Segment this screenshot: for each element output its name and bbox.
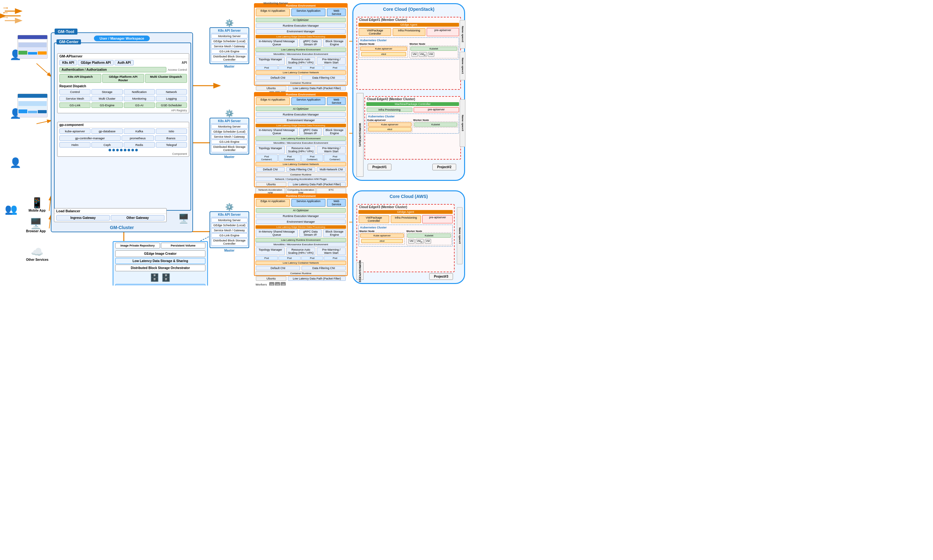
in-mem-mid: In-Memory Shared Message Queue (256, 128, 298, 135)
gs-ai-btn[interactable]: GS-AI (124, 103, 155, 108)
mobile-app-icon: 📱 Mobile App (29, 197, 46, 212)
load-balancer-box: Load Balancer Ingress Gateway Other Gate… (54, 208, 167, 222)
k8s-icon-top: ⚙️ (210, 19, 249, 27)
master-node-label: Master Node (359, 43, 408, 45)
web-service-box: Web Service (327, 9, 346, 16)
helm-btn[interactable]: Helm (59, 142, 91, 148)
service-mesh-btn[interactable]: Service Mesh (59, 96, 91, 101)
distributed-orchestrator-box: Distributed Block Storage Orchestrator (115, 265, 205, 271)
browser-app-icon: 🖥️ Browser App (26, 217, 46, 233)
notification-btn[interactable]: Notification (124, 89, 155, 95)
prometheus-btn[interactable]: prometheus (122, 135, 154, 141)
llt-data-mid: Low Latency Data Path (Packet Filter) (288, 182, 346, 186)
topology-box: Topology Manager (256, 57, 285, 65)
etcd-c3: etcd (361, 239, 403, 243)
runtime-env-top: Runtime Environment Edge AI Application … (254, 3, 348, 86)
gp-controller-btn[interactable]: gp-controller-manager (59, 135, 120, 141)
low-latency-header: Low Latency Edge Device Data Processing (256, 35, 346, 38)
kubelet-c2: Kubelet (414, 123, 458, 126)
monolithic-mid: Monolithic / Microservice Execution Envi… (256, 141, 346, 145)
request-dispatch-label: Request Dispatch (57, 84, 189, 89)
gp-database-btn[interactable]: gp-database (91, 129, 123, 134)
infra-prov-c2: Infra Provisioning (367, 108, 412, 112)
telegraf-btn[interactable]: Telegraf (156, 142, 187, 148)
k8s-master-label-top: Master (210, 65, 249, 68)
cloud-edge1-box: Cloud Edge#1 (Member Cluster) GEdge Agen… (356, 17, 461, 90)
thanos-btn[interactable]: thanos (155, 135, 187, 141)
multi-cluster-btn[interactable]: Multi Cluster (91, 96, 123, 101)
arrow-legend: ⟶ ⟵ ⟶ (3, 6, 8, 19)
storage-btn[interactable]: Storage (91, 89, 123, 95)
project2-box: Project#2 (432, 164, 456, 171)
ingress-gateway-btn[interactable]: Ingress Gateway (56, 215, 110, 220)
storage-icon-1: 🗄️ (150, 273, 159, 282)
dfcni-bot: Data Filtering CNI (302, 266, 346, 270)
other-services-icon: ☁️ Other Services (26, 246, 49, 262)
gm-center-box: GM-Center GM-APIserver K8s API GEdge Pla… (54, 43, 191, 211)
kafka-btn[interactable]: Kafka (124, 129, 155, 134)
k8s-api-btn[interactable]: K8s API (59, 60, 77, 65)
kube-apiserver-btn[interactable]: kube-apiserver (59, 129, 91, 134)
gedge-agent-bar: GEdge Agent (358, 23, 459, 27)
runtime-exec-bot: Runtime Execution Manager (256, 214, 346, 218)
k8s-cluster-c2: Kubernetes Cluster Kube-apiserver Kube-a… (366, 114, 459, 134)
block-bot: Block Storage Engine (323, 229, 346, 237)
k8s-scheduler-item-bot: GEdge Scheduler (Local) (211, 223, 248, 228)
multi-dispatch-btn[interactable]: Multi Cluster Dispatch (145, 74, 187, 83)
vm3-c1: VM (428, 52, 434, 57)
monolithic-box: Monolithic / Microservice Execution Envi… (256, 52, 346, 56)
edge-ai-box-mid: Edge AI Application (256, 97, 290, 105)
net-comp-accel-mid: Network / Computing Acceleration H/W Plu… (256, 177, 346, 181)
ubuntu-mid: Ubuntu (256, 182, 286, 186)
k8s-master-label-bot: Master (210, 249, 249, 252)
core-cloud-openstack-title: Core Cloud (OpenStack) (353, 4, 464, 13)
kube-api-c2: Kube-apiserver (368, 123, 412, 126)
llt-runtime-mid: Low Latency Runtime Environment (256, 137, 346, 140)
worksapce2-label: WORKSAPCE#2 (356, 262, 364, 280)
storage-icon-2: 🗄️ (161, 273, 171, 282)
container-runtime-box: Container Runtime (256, 81, 346, 85)
runtime-exec-mid: Runtime Execution Manager (256, 112, 346, 117)
other-gateway-btn[interactable]: Other Gateway (111, 215, 165, 220)
llt-data-bot: Low Latency Data Path (Packet Filter) (288, 276, 346, 281)
gs-engine-btn[interactable]: GS-Engine (91, 103, 123, 108)
k8s-servicemesh-item-mid: Service Mesh / Gateway (211, 134, 248, 139)
gm-cluster-label: GM-Cluster (110, 225, 134, 230)
k8s-monitoring-item: Monitoring Server (211, 34, 248, 38)
gedge-api-btn[interactable]: GEdge Platform API (78, 60, 114, 65)
service-app-box-mid: Service Application (291, 97, 325, 105)
k8s-storage-item-mid: Distributed Block Storage Controller (211, 145, 248, 152)
istio-btn[interactable]: Istio (156, 129, 187, 134)
network-btn[interactable]: Network (156, 89, 187, 95)
env-mgr-mid: Environment Manager (256, 118, 346, 123)
storage-section: Image Private Repository Persistent Volu… (113, 241, 208, 286)
llt-runtime-bot: Low Latency Runtime Environment (256, 238, 346, 242)
low-lat-hdr-mid: Low Latency Edge Device Data Processing (256, 124, 346, 127)
auth-api-btn[interactable]: Auth API (115, 60, 134, 65)
monitoring-server-label: Monitoring Server (264, 2, 288, 5)
default-cni-box: Default CNI (256, 75, 300, 80)
k8s-cluster-label: Kubernetes Cluster (359, 38, 458, 42)
k8s-dispatch-btn[interactable]: K8s API Dispatch (59, 74, 101, 83)
pre-api-c3: pre-apiserver (422, 215, 453, 223)
env-manager-box: Environment Manager (256, 29, 346, 34)
logging-btn[interactable]: Logging (156, 96, 187, 101)
persistent-vol-box: Persistent Volume (161, 243, 206, 248)
monitoring-btn[interactable]: Monitoring (124, 96, 155, 101)
redis-btn[interactable]: Redis (124, 142, 155, 148)
vm-controller-btn: VM/Package Controller (359, 28, 391, 36)
ai-opt-bot: AI Optimizer (256, 208, 346, 212)
load-balancer-title: Load Balancer (54, 208, 167, 214)
k8s-master-label-mid: Master (210, 155, 249, 158)
low-latency-storage-box: Low Latency Data Storage & Sharing (115, 258, 205, 264)
kube-apiserver-box-c1: Kube-apiserver (360, 47, 407, 51)
gm-tool-box: GM-Tool User / Manager Workspace GM-Cent… (51, 32, 193, 232)
gedge-router-btn[interactable]: GEdge Platform API Router (102, 74, 144, 83)
gse-scheduler-btn[interactable]: GSE-Scheduler (156, 103, 187, 108)
control-btn[interactable]: Control (59, 89, 91, 95)
in-memory-box: In-Memory Shared Message Queue (256, 39, 298, 47)
k8s-server-title-top: K8s API Server (211, 29, 248, 33)
gs-link-btn[interactable]: GS-Link (59, 103, 91, 108)
ceph-btn[interactable]: Ceph (91, 142, 123, 148)
edge-ai-box-bot: Edge AI Application (256, 199, 290, 206)
